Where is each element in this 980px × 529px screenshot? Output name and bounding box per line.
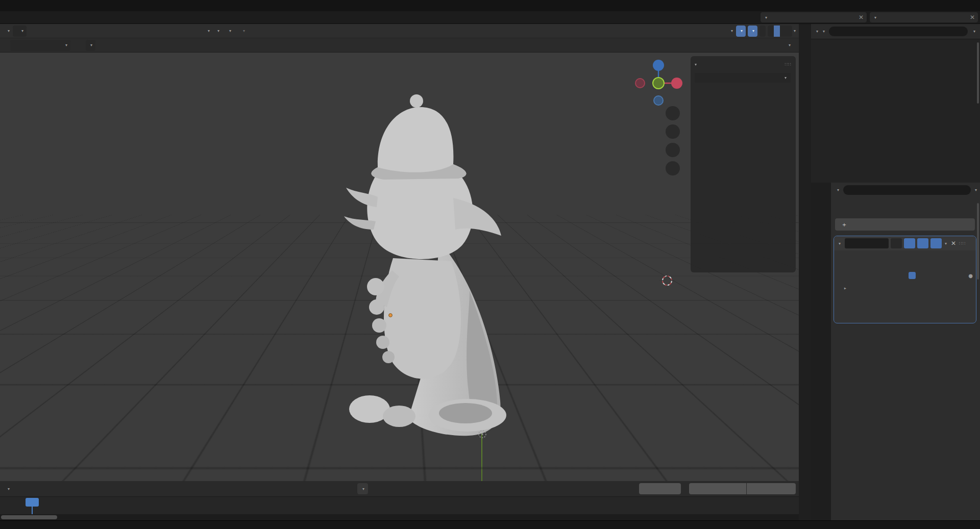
timeline-editor-type-dropdown[interactable]: ▾ (4, 483, 12, 494)
optimal-display-checkbox[interactable] (909, 272, 916, 279)
editor-type-dropdown[interactable]: ▾ (3, 26, 13, 37)
gizmo-z-neg-axis[interactable] (653, 95, 664, 106)
3d-cursor (658, 271, 676, 290)
outliner-search-input[interactable] (829, 27, 968, 36)
shading-rendered-button[interactable] (786, 26, 792, 37)
mode-dropdown[interactable]: ▾ (13, 26, 27, 37)
snap-dropdown[interactable]: ▾ (225, 26, 234, 37)
ortho-toggle-button[interactable] (666, 161, 680, 175)
close-icon[interactable]: ✕ (970, 14, 975, 21)
orientation-setting-dropdown[interactable]: ▾ (10, 40, 70, 51)
modifier-extras-dropdown[interactable]: ▾ (945, 241, 947, 246)
outliner-header: ▾ ▾ ▾ (811, 24, 980, 39)
pivot-dropdown[interactable]: ▾ (213, 26, 223, 37)
orientation-dropdown[interactable]: ▾ (199, 26, 213, 37)
timeline-header: ▾ ▾ (0, 481, 799, 497)
timeline-editor: ▾ ▾ (0, 481, 799, 520)
auto-keying-toggle[interactable]: ▾ (357, 483, 368, 494)
shading-dropdown[interactable]: ▾ (794, 29, 796, 33)
modifier-name-field[interactable] (845, 238, 889, 248)
properties-editor: ▾ ▾ ＋ (811, 183, 980, 520)
shading-wireframe-button[interactable] (768, 26, 774, 37)
gizmo-x-axis[interactable] (671, 78, 682, 89)
drag-setting-dropdown[interactable]: ▾ (86, 40, 95, 51)
view-layer-selector[interactable]: ▾ ✕ (870, 12, 978, 22)
frame-end-field[interactable] (747, 483, 796, 494)
properties-editor-type-dropdown[interactable]: ▾ (834, 184, 841, 195)
right-editors: ▾ ▾ ▾ ▾ ▾ (799, 24, 980, 520)
outliner-scrollbar[interactable] (977, 42, 979, 104)
status-bar (0, 520, 980, 529)
title-bar (0, 0, 980, 11)
add-modifier-button[interactable]: ＋ (835, 218, 975, 231)
properties-scrollbar[interactable] (977, 203, 979, 280)
modifier-editmode-display-toggle[interactable] (891, 238, 902, 248)
subdivision-modifier-panel: ▾ ▾ ✕ ∷∷ (834, 236, 976, 323)
playhead-line[interactable] (32, 507, 33, 514)
advanced-expand-icon[interactable]: ▾ (843, 287, 847, 289)
timeline-scroll-handle[interactable] (1, 515, 57, 519)
viewport-header: ▾ ▾ ▾ ▾ ▾ ▾ ▾ ▾ ▾ ▾ (0, 24, 799, 38)
playhead-badge[interactable] (26, 498, 39, 507)
modifier-show-viewport-toggle[interactable] (917, 238, 928, 248)
panel-drag-handle[interactable]: ∷∷ (785, 62, 792, 67)
transform-panel: ▾ ∷∷ ▾ (691, 56, 796, 272)
tool-settings-bar: ▾ ▾ ▾ (0, 38, 799, 53)
selectability-dropdown[interactable]: ▾ (726, 26, 736, 37)
modifier-header: ▾ ▾ ✕ ∷∷ (834, 236, 976, 250)
subdivision-type-switch (838, 255, 972, 266)
properties-filter-dropdown[interactable]: ▾ (975, 188, 977, 192)
outliner-viewlayer-dropdown[interactable]: ▾ (820, 26, 826, 37)
world-origin-marker (477, 429, 488, 440)
outliner-filter-dropdown[interactable]: ▾ (970, 26, 977, 37)
king-frobbit-model[interactable] (316, 77, 531, 474)
camera-view-button[interactable] (666, 143, 680, 157)
blender-window: ▾ ✕ ▾ ✕ ▾ ▾ ▾ ▾ ▾ ▾ ▾ ▾ ▾ (0, 0, 980, 529)
modifier-close-icon[interactable]: ✕ (951, 240, 956, 247)
pan-button[interactable] (666, 124, 680, 139)
shading-material-button[interactable] (780, 26, 786, 37)
rotation-mode-dropdown[interactable]: ▾ (695, 73, 791, 83)
falloff-dropdown[interactable]: ▾ (238, 26, 248, 37)
timeline-scrollbar[interactable] (0, 514, 799, 520)
viewport-canvas[interactable]: ▾ ∷∷ ▾ (0, 53, 799, 481)
xray-toggle[interactable] (760, 26, 766, 37)
plus-icon: ＋ (841, 220, 847, 229)
modifier-collapse-icon[interactable]: ▾ (839, 241, 841, 246)
zoom-button[interactable] (666, 106, 680, 120)
options-dropdown[interactable]: ▾ (784, 40, 794, 51)
properties-search-input[interactable] (843, 185, 971, 195)
frame-start-field[interactable] (689, 483, 746, 494)
modifier-show-editmode-toggle[interactable] (904, 238, 915, 248)
navigation-gizmo[interactable] (628, 53, 694, 185)
gizmo-z-axis[interactable] (653, 60, 664, 71)
current-frame-field[interactable] (639, 483, 681, 494)
gizmo-x-neg-axis[interactable] (635, 78, 645, 88)
panel-collapse-icon[interactable]: ▾ (695, 62, 697, 67)
shading-solid-button[interactable] (774, 26, 780, 37)
gizmo-y-axis[interactable] (652, 77, 665, 89)
modifier-drag-handle[interactable]: ∷∷ (959, 241, 966, 246)
modifier-show-render-toggle[interactable] (930, 238, 942, 248)
overlays-toggle[interactable]: ▾ (748, 26, 757, 37)
timeline-ruler[interactable] (0, 497, 799, 514)
properties-tab-column (811, 183, 831, 520)
scene-selector[interactable]: ▾ ✕ (761, 12, 867, 22)
outliner-display-mode-dropdown[interactable]: ▾ (813, 26, 820, 37)
outliner-editor: ▾ ▾ ▾ (811, 24, 980, 183)
close-icon[interactable]: ✕ (859, 14, 864, 21)
top-bar: ▾ ✕ ▾ ✕ (0, 11, 980, 24)
gizmos-toggle[interactable]: ▾ (736, 26, 746, 37)
